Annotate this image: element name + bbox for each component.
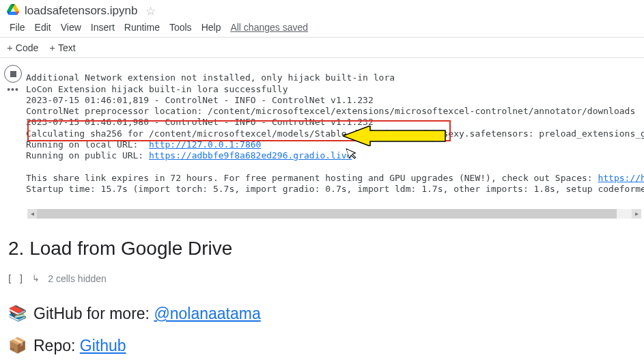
collapsed-cells-row[interactable]: [ ] ↳ 2 cells hidden bbox=[0, 264, 644, 294]
scroll-right-button[interactable]: ▸ bbox=[632, 209, 641, 219]
star-icon[interactable]: ☆ bbox=[145, 4, 156, 18]
output-line: Running on public URL: bbox=[26, 150, 149, 161]
repo-prefix: Repo: bbox=[33, 337, 80, 354]
plus-icon: + bbox=[49, 42, 55, 53]
horizontal-scrollbar[interactable]: ◂ ▸ bbox=[27, 209, 641, 219]
cell-bracket: [ ] bbox=[7, 273, 24, 284]
github-prefix: GitHub for more: bbox=[33, 305, 154, 322]
local-url-link[interactable]: http://127.0.0.1:7860 bbox=[149, 139, 261, 150]
cell-toolbar: + Code + Text bbox=[0, 37, 644, 58]
menubar: File Edit View Insert Runtime Tools Help… bbox=[0, 19, 644, 37]
output-line: LoCon Extension hijack built-in lora suc… bbox=[26, 84, 288, 94]
add-text-label: Text bbox=[58, 42, 76, 53]
output-line: This share link expires in 72 hours. For… bbox=[26, 173, 598, 183]
output-line: Additional Network extension not install… bbox=[26, 72, 395, 83]
stop-execution-button[interactable] bbox=[4, 65, 22, 83]
drive-icon bbox=[7, 3, 19, 18]
spaces-url-link[interactable]: https://huggingfa bbox=[598, 173, 644, 183]
notebook-title[interactable]: loadsafetensors.ipynb bbox=[25, 4, 137, 18]
add-code-label: Code bbox=[16, 42, 38, 53]
menu-tools[interactable]: Tools bbox=[169, 22, 192, 33]
add-text-button[interactable]: + Text bbox=[46, 42, 78, 53]
cell-output-block: ••• Additional Network extension not ins… bbox=[0, 58, 644, 206]
scroll-left-button[interactable]: ◂ bbox=[27, 209, 37, 219]
output-line: 2023-07-15 01:46:01,980 - ControlNet - I… bbox=[26, 117, 374, 127]
output-line: 2023-07-15 01:46:01,819 - ControlNet - I… bbox=[26, 95, 374, 105]
changes-saved-link[interactable]: All changes saved bbox=[230, 22, 308, 33]
stop-icon bbox=[10, 71, 16, 77]
menu-view[interactable]: View bbox=[61, 22, 81, 33]
package-icon: 📦 bbox=[8, 337, 27, 354]
output-line: ControlNet preprocessor location: /conte… bbox=[26, 106, 635, 116]
output-line: Startup time: 15.7s (import torch: 5.7s,… bbox=[26, 184, 644, 194]
expand-icon: ↳ bbox=[32, 273, 40, 283]
menu-runtime[interactable]: Runtime bbox=[124, 22, 160, 33]
plus-icon: + bbox=[7, 42, 13, 53]
scroll-thumb[interactable] bbox=[37, 209, 617, 219]
menu-file[interactable]: File bbox=[10, 22, 25, 33]
more-icon[interactable]: ••• bbox=[7, 88, 19, 91]
repo-link[interactable]: Github bbox=[80, 337, 126, 354]
hidden-cells-label: 2 cells hidden bbox=[48, 273, 107, 284]
cell-output: Additional Network extension not install… bbox=[26, 58, 644, 206]
add-code-button[interactable]: + Code bbox=[4, 42, 41, 53]
section-heading: 2. Load from Google Drive bbox=[0, 219, 644, 264]
github-row: 📚 GitHub for more: @nolanaatama bbox=[0, 294, 644, 326]
public-url-link[interactable]: https://adbbfe9f8a682ed296.gradio.live bbox=[149, 150, 352, 161]
menu-help[interactable]: Help bbox=[201, 22, 221, 33]
github-handle-link[interactable]: @nolanaatama bbox=[154, 305, 260, 322]
repo-row: 📦 Repo: Github bbox=[0, 326, 644, 358]
output-line: Running on local URL: bbox=[26, 139, 149, 150]
scroll-track[interactable] bbox=[37, 209, 632, 219]
books-icon: 📚 bbox=[8, 305, 27, 322]
output-line: Calculating sha256 for /content/microsof… bbox=[26, 128, 644, 139]
menu-insert[interactable]: Insert bbox=[91, 22, 115, 33]
menu-edit[interactable]: Edit bbox=[35, 22, 51, 33]
